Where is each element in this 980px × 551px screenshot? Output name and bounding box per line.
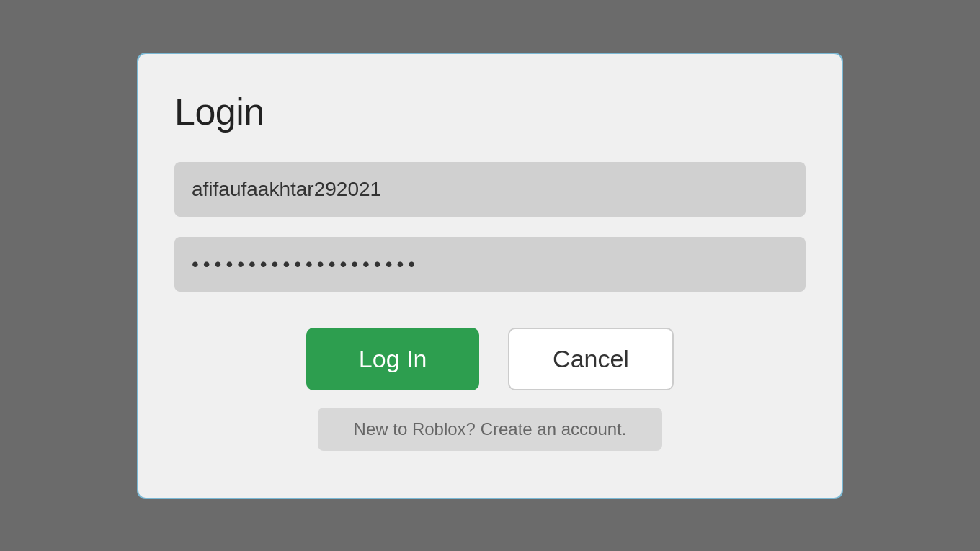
login-button[interactable]: Log In <box>306 328 479 390</box>
password-input[interactable] <box>174 237 806 292</box>
login-dialog: Login Log In Cancel New to Roblox? Creat… <box>137 53 843 499</box>
create-account-row: New to Roblox? Create an account. <box>174 408 806 451</box>
cancel-button[interactable]: Cancel <box>508 328 674 390</box>
create-account-button[interactable]: New to Roblox? Create an account. <box>318 408 663 451</box>
action-buttons: Log In Cancel <box>174 328 806 390</box>
dialog-title: Login <box>174 90 806 133</box>
username-input[interactable] <box>174 162 806 217</box>
